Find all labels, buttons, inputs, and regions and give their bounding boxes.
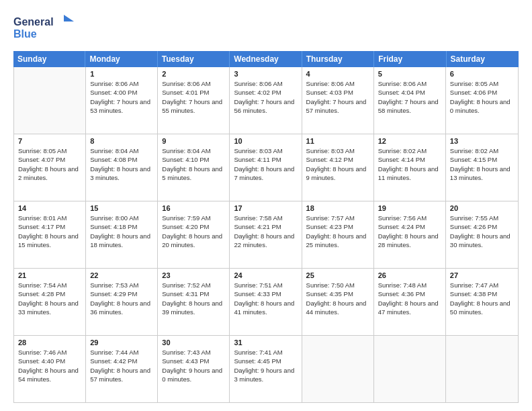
day-number: 5 [378,70,441,78]
day-10: 10Sunrise: 8:03 AMSunset: 4:11 PMDayligh… [230,134,302,201]
header-day-friday: Friday [374,51,446,67]
day-number: 3 [234,70,297,78]
day-number: 22 [90,271,153,279]
day-info: Sunrise: 8:06 AMSunset: 4:04 PMDaylight:… [378,79,441,115]
day-30: 30Sunrise: 7:43 AMSunset: 4:43 PMDayligh… [158,336,230,402]
day-number: 12 [378,137,441,145]
day-info: Sunrise: 8:01 AMSunset: 4:17 PMDaylight:… [18,214,81,249]
day-info: Sunrise: 7:50 AMSunset: 4:35 PMDaylight:… [306,281,369,316]
day-6: 6Sunrise: 8:05 AMSunset: 4:06 PMDaylight… [446,67,518,134]
empty-cell-4-6 [446,336,518,402]
day-number: 16 [162,204,225,212]
day-1: 1Sunrise: 8:06 AMSunset: 4:00 PMDaylight… [86,67,158,134]
day-26: 26Sunrise: 7:48 AMSunset: 4:36 PMDayligh… [374,269,446,335]
header-day-sunday: Sunday [13,51,85,67]
day-number: 9 [162,137,225,145]
day-number: 31 [234,338,297,347]
day-info: Sunrise: 8:05 AMSunset: 4:06 PMDaylight:… [450,79,514,115]
day-8: 8Sunrise: 8:04 AMSunset: 4:08 PMDaylight… [86,134,158,201]
week-3: 14Sunrise: 8:01 AMSunset: 4:17 PMDayligh… [14,201,518,269]
day-number: 13 [450,137,514,145]
day-number: 8 [90,137,153,145]
day-info: Sunrise: 8:00 AMSunset: 4:18 PMDaylight:… [90,214,153,249]
week-1: 1Sunrise: 8:06 AMSunset: 4:00 PMDaylight… [14,67,518,134]
day-number: 19 [378,204,441,212]
day-number: 29 [90,338,153,347]
day-info: Sunrise: 7:57 AMSunset: 4:23 PMDaylight:… [306,214,369,249]
day-number: 26 [378,271,441,279]
day-number: 27 [450,271,514,279]
day-27: 27Sunrise: 7:47 AMSunset: 4:38 PMDayligh… [446,269,518,335]
day-number: 17 [234,204,297,212]
week-4: 21Sunrise: 7:54 AMSunset: 4:28 PMDayligh… [14,269,518,336]
logo: General Blue [13,12,74,44]
day-info: Sunrise: 7:51 AMSunset: 4:33 PMDaylight:… [234,281,297,316]
empty-cell-0-0 [14,67,86,134]
empty-cell-4-5 [374,336,446,402]
day-25: 25Sunrise: 7:50 AMSunset: 4:35 PMDayligh… [302,269,374,335]
day-number: 1 [90,70,153,78]
day-info: Sunrise: 8:06 AMSunset: 4:00 PMDaylight:… [90,79,153,115]
day-18: 18Sunrise: 7:57 AMSunset: 4:23 PMDayligh… [302,201,374,268]
day-number: 30 [162,338,225,347]
header: General Blue [13,12,519,44]
day-info: Sunrise: 7:59 AMSunset: 4:20 PMDaylight:… [162,214,225,249]
day-2: 2Sunrise: 8:06 AMSunset: 4:01 PMDaylight… [158,67,230,134]
day-7: 7Sunrise: 8:05 AMSunset: 4:07 PMDaylight… [14,134,86,201]
day-31: 31Sunrise: 7:41 AMSunset: 4:45 PMDayligh… [230,336,302,402]
calendar: SundayMondayTuesdayWednesdayThursdayFrid… [13,51,519,403]
calendar-body: 1Sunrise: 8:06 AMSunset: 4:00 PMDaylight… [13,67,519,403]
week-2: 7Sunrise: 8:05 AMSunset: 4:07 PMDaylight… [14,134,518,201]
day-info: Sunrise: 8:06 AMSunset: 4:01 PMDaylight:… [162,79,225,115]
day-number: 15 [90,204,153,212]
day-number: 23 [162,271,225,279]
empty-cell-4-4 [302,336,374,402]
day-16: 16Sunrise: 7:59 AMSunset: 4:20 PMDayligh… [158,201,230,268]
day-number: 2 [162,70,225,78]
day-info: Sunrise: 8:06 AMSunset: 4:02 PMDaylight:… [234,79,297,115]
day-29: 29Sunrise: 7:44 AMSunset: 4:42 PMDayligh… [86,336,158,402]
day-17: 17Sunrise: 7:58 AMSunset: 4:21 PMDayligh… [230,201,302,268]
day-info: Sunrise: 8:03 AMSunset: 4:12 PMDaylight:… [306,146,369,182]
day-info: Sunrise: 7:54 AMSunset: 4:28 PMDaylight:… [18,281,81,316]
day-20: 20Sunrise: 7:55 AMSunset: 4:26 PMDayligh… [446,201,518,268]
day-info: Sunrise: 8:04 AMSunset: 4:10 PMDaylight:… [162,146,225,182]
day-number: 21 [18,271,81,279]
day-info: Sunrise: 7:43 AMSunset: 4:43 PMDaylight:… [162,348,225,383]
header-day-wednesday: Wednesday [230,51,302,67]
day-info: Sunrise: 7:44 AMSunset: 4:42 PMDaylight:… [90,348,153,383]
page: General Blue SundayMondayTuesdayWednesda… [0,0,532,411]
day-number: 7 [18,137,81,145]
day-info: Sunrise: 8:03 AMSunset: 4:11 PMDaylight:… [234,146,297,182]
header-day-monday: Monday [85,51,157,67]
calendar-header: SundayMondayTuesdayWednesdayThursdayFrid… [13,51,519,67]
day-5: 5Sunrise: 8:06 AMSunset: 4:04 PMDaylight… [374,67,446,134]
day-3: 3Sunrise: 8:06 AMSunset: 4:02 PMDaylight… [230,67,302,134]
day-info: Sunrise: 8:05 AMSunset: 4:07 PMDaylight:… [18,146,81,182]
day-12: 12Sunrise: 8:02 AMSunset: 4:14 PMDayligh… [374,134,446,201]
day-number: 20 [450,204,514,212]
day-info: Sunrise: 7:55 AMSunset: 4:26 PMDaylight:… [450,214,514,249]
day-9: 9Sunrise: 8:04 AMSunset: 4:10 PMDaylight… [158,134,230,201]
day-13: 13Sunrise: 8:02 AMSunset: 4:15 PMDayligh… [446,134,518,201]
week-5: 28Sunrise: 7:46 AMSunset: 4:40 PMDayligh… [14,336,518,402]
day-info: Sunrise: 8:04 AMSunset: 4:08 PMDaylight:… [90,146,153,182]
day-14: 14Sunrise: 8:01 AMSunset: 4:17 PMDayligh… [14,201,86,268]
day-info: Sunrise: 7:46 AMSunset: 4:40 PMDaylight:… [18,348,81,383]
day-22: 22Sunrise: 7:53 AMSunset: 4:29 PMDayligh… [86,269,158,335]
day-number: 6 [450,70,514,78]
day-4: 4Sunrise: 8:06 AMSunset: 4:03 PMDaylight… [302,67,374,134]
day-23: 23Sunrise: 7:52 AMSunset: 4:31 PMDayligh… [158,269,230,335]
svg-marker-1 [64,15,74,21]
day-number: 25 [306,271,369,279]
svg-text:General: General [13,16,54,28]
day-number: 18 [306,204,369,212]
day-number: 24 [234,271,297,279]
day-info: Sunrise: 7:53 AMSunset: 4:29 PMDaylight:… [90,281,153,316]
day-number: 14 [18,204,81,212]
day-number: 4 [306,70,369,78]
day-info: Sunrise: 7:58 AMSunset: 4:21 PMDaylight:… [234,214,297,249]
header-day-saturday: Saturday [447,51,519,67]
day-15: 15Sunrise: 8:00 AMSunset: 4:18 PMDayligh… [86,201,158,268]
day-info: Sunrise: 7:52 AMSunset: 4:31 PMDaylight:… [162,281,225,316]
